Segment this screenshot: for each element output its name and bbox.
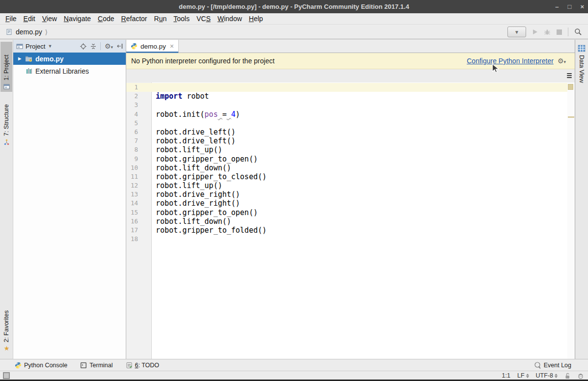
breadcrumb[interactable]: demo.py ⟩ (0, 28, 48, 36)
menu-vcs[interactable]: VCS (193, 15, 214, 23)
project-view-title[interactable]: Project (26, 43, 45, 50)
line-text: robot.lift_up() (152, 181, 222, 190)
breadcrumb-item[interactable]: demo.py (16, 28, 42, 36)
sidebar-tab-project[interactable]: 1: Project (0, 42, 12, 92)
editor-tab-label: demo.py (140, 43, 166, 50)
tool-window-toggle-icon[interactable] (3, 372, 10, 379)
code-line-17[interactable]: 17robot.gripper_to_folded() (126, 226, 567, 235)
code-line-3[interactable]: 3 (126, 101, 567, 109)
line-number: 7 (126, 136, 151, 145)
menu-view[interactable]: View (39, 15, 60, 23)
sidebar-tab-label: Data View (578, 55, 585, 83)
line-text: robot.lift_up() (152, 145, 222, 154)
tool-button-6-todo[interactable]: 6: TODO (126, 362, 160, 369)
gear-icon[interactable]: ⚙▾ (558, 57, 566, 65)
code-line-8[interactable]: 8robot.lift_up() (126, 145, 567, 154)
minimize-button[interactable]: – (555, 0, 559, 13)
tree-item-label: demo.py (35, 55, 64, 63)
tree-item-demo-py[interactable]: ▶demo.py (13, 53, 126, 65)
tool-button-python-console[interactable]: Python Console (15, 362, 67, 369)
menu-file[interactable]: File (2, 15, 20, 23)
editor-tab-demo-py[interactable]: demo.py × (126, 40, 179, 53)
debug-bug-icon[interactable] (544, 29, 551, 35)
menu-run[interactable]: Run (151, 15, 170, 23)
encoding-widget[interactable]: UTF-8 (536, 372, 558, 379)
code-line-14[interactable]: 14robot.drive_right() (126, 199, 567, 208)
line-text: robot.gripper_to_folded() (152, 226, 267, 235)
code-line-11[interactable]: 11robot.gripper_to_closed() (126, 172, 567, 181)
search-icon[interactable] (574, 28, 582, 36)
inspection-status-icon[interactable] (567, 73, 572, 78)
warning-marker[interactable] (568, 116, 574, 118)
tool-button-terminal[interactable]: Terminal (80, 362, 112, 369)
chevron-right-icon: ⟩ (45, 28, 48, 36)
hide-panel-icon[interactable] (117, 43, 123, 49)
line-number: 1 (126, 83, 151, 92)
code-line-4[interactable]: 4robot.init(pos = 4) (126, 110, 567, 119)
tool-button-label: Python Console (24, 362, 67, 369)
menu-edit[interactable]: Edit (20, 15, 39, 23)
line-number: 3 (126, 101, 151, 109)
tree-item-external-libraries[interactable]: External Libraries (13, 65, 126, 77)
line-separator-widget[interactable]: LF (517, 372, 529, 379)
sidebar-tab-label: 7: Structure (3, 104, 10, 136)
file-status-marker[interactable] (568, 84, 573, 90)
chevron-down-icon[interactable]: ▼ (48, 44, 52, 49)
code-line-1[interactable]: 1 (126, 83, 567, 92)
code-line-2[interactable]: 2import robot (126, 92, 567, 101)
toolbar: demo.py ⟩ ▼ (0, 25, 588, 39)
project-view-icon (16, 43, 23, 50)
code-line-9[interactable]: 9robot.gripper_to_open() (126, 155, 567, 163)
title-bar: demo.py - [/tmp/demo.py] - demo.py - PyC… (0, 0, 588, 13)
line-text: robot.drive_left() (152, 136, 236, 145)
code-line-10[interactable]: 10robot.lift_down() (126, 163, 567, 172)
menu-tools[interactable]: Tools (170, 15, 193, 23)
bottom-tool-bar: Python ConsoleTerminal6: TODO Event Log (0, 359, 588, 371)
star-icon: ★ (3, 345, 9, 352)
structure-icon (3, 139, 10, 145)
event-log-button[interactable]: Event Log (534, 362, 571, 369)
menu-window[interactable]: Window (214, 15, 246, 23)
line-number: 15 (126, 208, 151, 217)
code-line-6[interactable]: 6robot.drive_left() (126, 128, 567, 136)
code-line-7[interactable]: 7robot.drive_left() (126, 136, 567, 145)
stop-icon[interactable] (557, 29, 562, 35)
code-line-5[interactable]: 5 (126, 119, 567, 128)
unlock-icon[interactable] (564, 373, 570, 379)
code-editor[interactable]: 12import robot34robot.init(pos = 4)56rob… (126, 82, 575, 359)
editor-tab-bar: demo.py × (126, 40, 575, 53)
collapse-all-icon[interactable] (90, 43, 96, 50)
hector-inspector-icon[interactable] (577, 373, 584, 379)
sidebar-tab-favorites[interactable]: ★ 2: Favorites (0, 305, 12, 353)
menu-code[interactable]: Code (94, 15, 117, 23)
code-line-16[interactable]: 16robot.lift_down() (126, 217, 567, 226)
run-config-dropdown[interactable]: ▼ (507, 27, 526, 37)
expand-arrow-icon[interactable]: ▶ (17, 56, 22, 61)
line-text: robot.init(pos = 4) (152, 110, 240, 119)
menu-navigate[interactable]: Navigate (60, 15, 94, 23)
code-line-15[interactable]: 15robot.gripper_to_open() (126, 208, 567, 217)
run-icon[interactable] (532, 29, 538, 35)
locate-file-icon[interactable] (80, 43, 86, 50)
close-tab-icon[interactable]: × (170, 42, 174, 50)
header-separator (100, 42, 101, 50)
configure-interpreter-link[interactable]: Configure Python Interpreter (467, 57, 554, 65)
terminal-icon (80, 362, 87, 369)
project-panel: Project ▼ ⚙▾ ▶demo.pyExternal Libraries (13, 40, 126, 359)
code-line-12[interactable]: 12robot.lift_up() (126, 181, 567, 190)
menu-help[interactable]: Help (246, 15, 267, 23)
data-view-table-icon (578, 45, 586, 52)
code-line-18[interactable]: 18 (126, 235, 567, 244)
close-button[interactable]: × (580, 0, 584, 13)
caret-position-widget[interactable]: 1:1 (502, 372, 510, 379)
error-stripe (567, 82, 575, 359)
menu-refactor[interactable]: Refactor (118, 15, 151, 23)
sidebar-tab-structure[interactable]: 7: Structure (0, 95, 12, 147)
maximize-button[interactable]: □ (568, 0, 572, 13)
code-line-13[interactable]: 13robot.drive_right() (126, 190, 567, 199)
line-text: robot.gripper_to_open() (152, 155, 258, 163)
sidebar-tab-data-view[interactable]: Data View (576, 43, 588, 92)
line-text: robot.gripper_to_closed() (152, 172, 267, 181)
gear-icon[interactable]: ⚙▾ (105, 43, 113, 50)
line-number: 16 (126, 217, 151, 226)
